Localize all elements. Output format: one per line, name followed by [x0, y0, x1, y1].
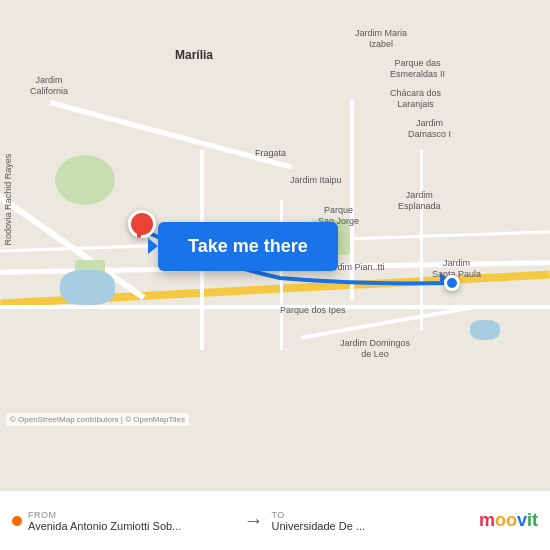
- button-arrow: [148, 238, 158, 254]
- map-container: Marília JardimCalifornia Fragata Jardim …: [0, 0, 550, 490]
- bottom-bar: FROM Avenida Antonio Zumiotti Sob... → T…: [0, 490, 550, 550]
- take-me-there-button[interactable]: Take me there: [158, 222, 338, 271]
- to-label: TO: [271, 510, 478, 520]
- copyright-text: © OpenStreetMap contributors | © OpenMap…: [6, 413, 189, 426]
- moovit-logo: moovit: [479, 510, 538, 531]
- from-section: FROM Avenida Antonio Zumiotti Sob...: [28, 510, 235, 532]
- water-area-1: [60, 270, 115, 305]
- road-vertical-4: [420, 150, 423, 330]
- label-parque-ipes: Parque dos Ipes: [280, 305, 346, 316]
- origin-dot: [12, 516, 22, 526]
- label-marilia: Marília: [175, 48, 213, 62]
- to-name: Universidade De ...: [271, 520, 478, 532]
- destination-marker: [444, 275, 460, 291]
- label-jardim-domingos: Jardim Domingosde Leo: [340, 338, 410, 360]
- to-section: TO Universidade De ...: [271, 510, 478, 532]
- from-name: Avenida Antonio Zumiotti Sob...: [28, 520, 235, 532]
- origin-marker: [128, 210, 150, 238]
- label-jardim-itaipu: Jardim Itaipu: [290, 175, 342, 186]
- direction-arrow: →: [235, 509, 271, 532]
- label-jardim-esplanada: JardimEsplanada: [398, 190, 441, 212]
- label-rodovia-rachid: Rodovia Rachid Rayes: [3, 154, 14, 246]
- green-area-1: [55, 155, 115, 205]
- label-fragata: Fragata: [255, 148, 286, 159]
- water-area-2: [470, 320, 500, 340]
- label-jardim-california: JardimCalifornia: [30, 75, 68, 97]
- label-chacara-laranjais: Chácara dosLaranjais: [390, 88, 441, 110]
- label-jardim-damasco: JardimDamasco I: [408, 118, 451, 140]
- label-jardim-maria-izabel: Jardim MariaIzabel: [355, 28, 407, 50]
- logo-text: moovit: [479, 510, 538, 531]
- from-label: FROM: [28, 510, 235, 520]
- label-parque-esmeraldas: Parque dasEsmeraldas II: [390, 58, 445, 80]
